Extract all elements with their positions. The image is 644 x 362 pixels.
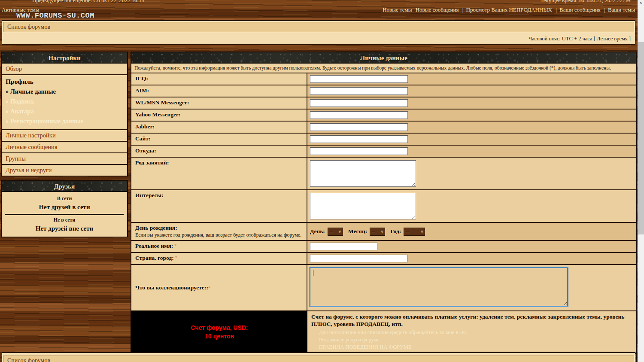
real-name-label: Реальное имя: xyxy=(131,241,307,252)
year-select-value: -- xyxy=(406,229,409,234)
timezone-text: Часовой пояс: UTC + 2 часа [ Летнее врем… xyxy=(3,32,634,44)
real-name-input[interactable] xyxy=(310,243,377,250)
month-label: Месяц: xyxy=(348,228,367,235)
sidebar-item-friends-foes[interactable]: Друзья и недруги xyxy=(2,165,127,176)
chevron-down-icon: v xyxy=(381,229,383,234)
top-panel: Список форумов Часовой пояс: UTC + 2 час… xyxy=(2,20,635,45)
footer-forum-list-link[interactable]: Список форумов xyxy=(7,357,50,362)
chevron-down-icon: v xyxy=(421,229,423,234)
top-up-link[interactable]: Для пополнения или списание средств обра… xyxy=(319,329,632,336)
sidebar-item-private-messages[interactable]: Личные сообщения xyxy=(2,142,127,153)
breadcrumb: Список форумов xyxy=(3,22,634,32)
personal-data-panel: Личные данные Пожалуйста, помните, что э… xyxy=(131,52,637,362)
friends-online-label: В сети xyxy=(4,195,125,202)
chevron-down-icon: v xyxy=(339,229,341,234)
forum-balance-box: Счет форума, USD: 10 центов xyxy=(131,311,307,353)
yahoo-input[interactable] xyxy=(310,111,408,119)
forum-list-link[interactable]: Список форумов xyxy=(7,24,50,30)
page-title: Личные данные xyxy=(131,52,636,64)
scroll-up-arrow-icon[interactable]: ˄ xyxy=(638,0,644,7)
account-description: Счет на форуме, с которого можно оплачив… xyxy=(311,313,632,328)
form-row-interests: Интересы: xyxy=(131,190,636,223)
sidebar: Настройки Обзор Профиль » Личные данные … xyxy=(1,52,128,237)
location-label: Страна, город: xyxy=(131,253,307,264)
new-topics-link[interactable]: Новые темы xyxy=(383,6,412,13)
yahoo-label: Yahoo Messenger: xyxy=(131,110,307,121)
occupation-textarea[interactable] xyxy=(310,160,416,187)
sidebar-item-personal-data[interactable]: » Личные данные xyxy=(6,88,123,95)
day-select-value: -- xyxy=(330,229,333,234)
jabber-input[interactable] xyxy=(310,123,408,131)
birthday-label-text: День рождения: xyxy=(135,225,303,231)
form-row-collect: Что вы коллекционируете:: xyxy=(131,265,636,311)
friends-online-empty: Нет друзей в сети xyxy=(4,204,125,211)
your-messages-link[interactable]: Ваши сообщения xyxy=(556,6,601,13)
site-watermark: WWW.FORUMS-SU.COM xyxy=(16,12,94,20)
sidebar-item-personal-settings[interactable]: Личные настройки xyxy=(2,130,127,142)
user-links: Новые темы Новые сообщения Просмотр Ваши… xyxy=(383,6,635,13)
form-row-website: Сайт: xyxy=(131,134,636,146)
sidebar-item-overview[interactable]: Обзор xyxy=(2,64,127,75)
month-select-value: -- xyxy=(372,229,375,234)
form-row-msn: WL/MSN Messenger: xyxy=(131,97,636,110)
friends-offline-empty: Нет друзей вне сети xyxy=(4,225,125,232)
collect-label: Что вы коллекционируете:: xyxy=(131,265,307,310)
bottom-panel: Список форумов xyxy=(2,352,635,362)
ad-services-link[interactable]: Рекламные услуги форума xyxy=(319,337,632,343)
jabber-label: Jabber: xyxy=(131,122,307,133)
collect-textarea[interactable] xyxy=(310,268,568,306)
form-row-from: Откуда: xyxy=(131,146,636,158)
year-label: Год: xyxy=(390,228,401,235)
friends-divider xyxy=(5,214,124,215)
birthday-hint: Если вы укажете год рождения, ваш возрас… xyxy=(135,232,303,238)
msn-input[interactable] xyxy=(310,99,408,107)
location-input[interactable] xyxy=(310,255,408,262)
sidebar-item-signature[interactable]: » Подпись xyxy=(6,98,123,105)
footer-breadcrumb: Список форумов xyxy=(3,356,634,362)
balance-title: Счет форума, USD: xyxy=(131,324,307,331)
from-input[interactable] xyxy=(310,147,408,155)
birthday-year-select[interactable]: -- v xyxy=(404,228,425,236)
form-row-birthday: День рождения: Если вы укажете год рожде… xyxy=(131,223,636,241)
birthday-label: День рождения: Если вы укажете год рожде… xyxy=(131,223,307,240)
form-row-occupation: Род занятий: xyxy=(131,158,636,190)
icq-input[interactable] xyxy=(310,75,408,83)
from-label: Откуда: xyxy=(131,146,307,157)
friends-box: Друзья В сети Нет друзей в сети Не в сет… xyxy=(1,180,128,237)
occupation-label: Род занятий: xyxy=(131,158,307,189)
form-row-yahoo: Yahoo Messenger: xyxy=(131,110,636,122)
interests-textarea[interactable] xyxy=(310,193,416,219)
sidebar-item-registration-data[interactable]: » Регистрационные данные xyxy=(6,118,123,125)
form-row-location: Страна, город: xyxy=(131,253,636,265)
friends-title: Друзья xyxy=(2,181,127,192)
form-row-icq: ICQ: xyxy=(131,73,636,85)
birthday-day-select[interactable]: -- v xyxy=(328,228,343,236)
icq-label: ICQ: xyxy=(131,73,307,85)
sidebar-item-avatar[interactable]: » Аватара xyxy=(6,108,123,115)
website-label: Сайт: xyxy=(131,134,307,145)
profile-section-title: Профиль xyxy=(6,78,123,85)
settings-box: Настройки Обзор Профиль » Личные данные … xyxy=(1,52,128,176)
your-topics-link[interactable]: Ваши темы xyxy=(604,6,635,13)
sidebar-item-groups[interactable]: Группы xyxy=(2,153,127,165)
day-label: День: xyxy=(310,228,325,235)
settings-title: Настройки xyxy=(2,52,127,64)
unsold-view-link[interactable]: Просмотр Ваших НЕПРОДАННЫХ xyxy=(462,6,552,13)
account-row: Счет форума, USD: 10 центов Счет на фору… xyxy=(131,311,636,353)
aim-input[interactable] xyxy=(310,87,408,95)
current-time-text: Текущее время: Вс ноя 27, 2022 22:49 xyxy=(540,0,630,4)
friends-offline-label: Не в сети xyxy=(4,217,125,223)
forum-rules-link[interactable]: ПРАВИЛА ПОВЕДЕНИЯ НА ФОРУМЕ xyxy=(319,344,632,350)
new-messages-link[interactable]: Новые сообщения xyxy=(416,6,459,13)
aim-label: AIM: xyxy=(131,85,307,97)
previous-visit-text: Предыдущее посещение: Сб окт 22, 2022 16… xyxy=(32,0,144,4)
balance-value: 10 центов xyxy=(131,333,307,340)
account-info: Счет на форуме, с которого можно оплачив… xyxy=(307,311,636,353)
interests-label: Интересы: xyxy=(131,190,307,222)
website-input[interactable] xyxy=(310,135,408,143)
form-row-aim: AIM: xyxy=(131,85,636,97)
vertical-scrollbar[interactable]: ˄ xyxy=(638,0,644,362)
birthday-month-select[interactable]: -- v xyxy=(370,228,385,236)
msn-label: WL/MSN Messenger: xyxy=(131,97,307,109)
scrollbar-thumb[interactable] xyxy=(638,42,644,234)
